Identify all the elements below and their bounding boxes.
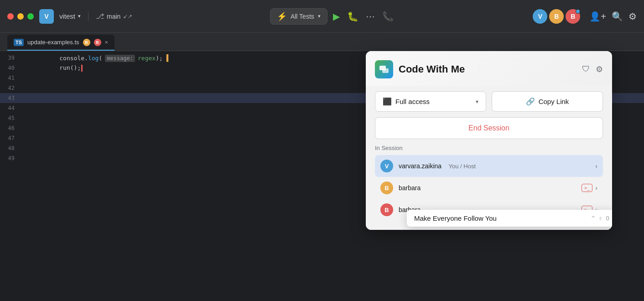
app-icon: V	[39, 9, 54, 24]
tabbar: TS update-examples.ts B B ×	[0, 33, 644, 51]
link-icon: 🔗	[526, 97, 535, 106]
session-chevron-b1-icon: ›	[595, 184, 597, 192]
titlebar: V vitest ▾ ⎇ main ↙↗ ⚡ All Tests ▾ ▶ 🐛 ⋯…	[0, 0, 644, 33]
main-content: 39 console.log(message:regex);▐ 40 run()…	[0, 51, 644, 301]
in-session-label: In Session	[375, 145, 603, 151]
svg-rect-1	[382, 68, 389, 73]
access-row: ⬛ Full access ▾ 🔗 Copy Link	[375, 91, 603, 112]
session-avatar-b2: B	[380, 203, 393, 216]
more-options-button[interactable]: ⋯	[364, 9, 377, 24]
call-button[interactable]: 📞	[380, 9, 395, 24]
avatar-b2[interactable]: B	[566, 9, 580, 24]
lightning-icon: ⚡	[277, 11, 287, 21]
line-content-40: run();	[22, 57, 83, 78]
shield-icon[interactable]: 🛡	[582, 64, 590, 74]
access-label: Full access	[395, 98, 472, 105]
code-with-me-panel: Code With Me 🛡 ⚙ ⬛ Full access ▾ 🔗 Copy …	[366, 51, 612, 230]
avatar-b1[interactable]: B	[549, 9, 564, 24]
line-number-46: 46	[0, 125, 22, 131]
search-icon[interactable]: 🔍	[612, 11, 623, 22]
popup-body: ⬛ Full access ▾ 🔗 Copy Link End Session …	[366, 86, 612, 230]
follow-tooltip-shortcut: ^ ⇧ O	[592, 215, 609, 222]
run-config[interactable]: ⚡ All Tests ▾	[270, 8, 327, 25]
session-role-varvara: You / Host	[447, 163, 476, 170]
tab-type-badge: TS	[14, 39, 24, 46]
debug-button[interactable]: 🐛	[345, 9, 360, 24]
line-number-49: 49	[0, 155, 22, 161]
session-username-barbara1: barbara	[399, 184, 421, 192]
avatar-group: V B B	[533, 9, 580, 24]
session-avatar-b1: B	[380, 182, 393, 194]
in-session-section: In Session V varvara.zaikina You / Host …	[375, 141, 603, 221]
session-username-varvara: varvara.zaikina	[399, 162, 441, 170]
minimize-button[interactable]	[17, 13, 24, 20]
line-number-39: 39	[0, 55, 22, 61]
settings-popup-icon[interactable]: ⚙	[596, 64, 603, 74]
separator	[88, 12, 88, 21]
terminal-icon-b1: >_	[582, 184, 593, 192]
end-session-button[interactable]: End Session	[375, 117, 603, 139]
maximize-button[interactable]	[27, 13, 34, 20]
line-number-44: 44	[0, 105, 22, 111]
avatar-v[interactable]: V	[533, 9, 547, 24]
popup-header-icons: 🛡 ⚙	[582, 64, 603, 74]
access-dropdown[interactable]: ⬛ Full access ▾	[375, 91, 486, 112]
session-user-barbara1[interactable]: B barbara >_ ›	[375, 177, 603, 199]
tab-filename: update-examples.ts	[27, 39, 79, 46]
cwm-icon	[375, 60, 393, 78]
run-button[interactable]: ▶	[331, 9, 342, 24]
terminal-access-icon: ⬛	[383, 97, 392, 106]
popup-title: Code With Me	[399, 63, 576, 75]
popup-header: Code With Me 🛡 ⚙	[366, 51, 612, 86]
branch-area[interactable]: ⎇ main ↙↗	[96, 12, 132, 21]
branch-icon: ⎇	[96, 12, 104, 21]
tab-avatar-b1: B	[83, 39, 90, 46]
line-number-42: 42	[0, 85, 22, 91]
follow-tooltip-text: Make Everyone Follow You	[414, 214, 586, 222]
session-user-varvara[interactable]: V varvara.zaikina You / Host ›	[375, 155, 603, 177]
session-chevron-varvara-icon: ›	[595, 162, 597, 170]
settings-icon[interactable]: ⚙	[628, 11, 637, 22]
tab-update-examples[interactable]: TS update-examples.ts B B ×	[7, 35, 114, 51]
close-button[interactable]	[7, 13, 14, 20]
access-chevron-icon: ▾	[476, 99, 478, 105]
line-number-47: 47	[0, 135, 22, 141]
session-avatar-v: V	[380, 160, 393, 172]
line-number-43: 43	[0, 95, 22, 101]
copy-link-label: Copy Link	[539, 98, 569, 105]
traffic-lights	[7, 13, 34, 20]
tab-avatar-b2: B	[94, 39, 101, 46]
session-user-right-barbara1: >_ ›	[582, 184, 597, 192]
line-number-48: 48	[0, 145, 22, 151]
run-config-chevron-icon: ▾	[318, 13, 321, 19]
toolbar-right: 👤+ 🔍 ⚙	[589, 11, 637, 22]
app-name-chevron-icon: ▾	[78, 13, 81, 19]
follow-tooltip[interactable]: Make Everyone Follow You ^ ⇧ O	[407, 210, 612, 227]
tab-close-button[interactable]: ×	[105, 39, 109, 46]
copy-link-button[interactable]: 🔗 Copy Link	[492, 91, 603, 112]
line-number-45: 45	[0, 115, 22, 121]
line-number-41: 41	[0, 75, 22, 81]
toolbar-center: ⚡ All Tests ▾ ▶ 🐛 ⋯ 📞	[270, 8, 395, 25]
session-user-right-varvara: ›	[595, 162, 597, 170]
branch-arrows-icon: ↙↗	[123, 13, 132, 20]
app-name-area[interactable]: vitest ▾	[59, 12, 81, 20]
add-user-icon[interactable]: 👤+	[589, 11, 606, 22]
line-number-40: 40	[0, 65, 22, 71]
